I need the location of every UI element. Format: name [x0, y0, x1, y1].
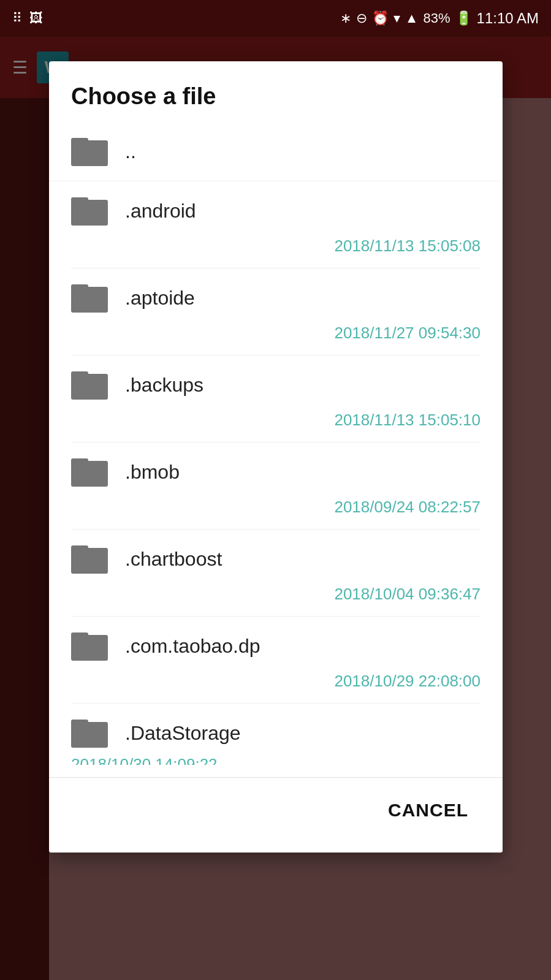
file-date: 2018/10/30 14:09:22 — [71, 750, 481, 765]
svg-rect-1 — [71, 138, 88, 144]
list-item[interactable]: .backups 2018/11/13 15:05:10 — [49, 355, 503, 443]
svg-rect-5 — [71, 284, 88, 291]
file-date: 2018/10/04 09:36:47 — [71, 580, 481, 617]
svg-rect-6 — [71, 374, 108, 400]
file-name: .chartboost — [125, 548, 222, 571]
svg-rect-8 — [71, 461, 108, 487]
list-item[interactable]: .. — [49, 122, 503, 181]
battery-icon: 🔋 — [455, 10, 472, 26]
file-name: .android — [125, 200, 196, 222]
svg-rect-0 — [71, 140, 108, 166]
minus-circle-icon: ⊖ — [356, 10, 367, 26]
dialog-actions: CANCEL — [49, 777, 503, 853]
time-display: 11:10 AM — [477, 10, 539, 27]
folder-icon — [71, 716, 108, 750]
choose-file-dialog: Choose a file .. .android — [49, 61, 503, 853]
file-date: 2018/11/27 09:54:30 — [71, 319, 481, 355]
file-name: .. — [125, 140, 136, 163]
folder-icon — [71, 368, 108, 402]
svg-rect-4 — [71, 287, 108, 313]
list-item[interactable]: .com.taobao.dp 2018/10/29 22:08:00 — [49, 617, 503, 704]
file-date: 2018/09/24 08:22:57 — [71, 493, 481, 530]
grid-icon: ⠿ — [12, 10, 22, 26]
bluetooth-icon: ∗ — [340, 10, 351, 26]
list-item[interactable]: .android 2018/11/13 15:05:08 — [49, 181, 503, 268]
battery-percent: 83% — [424, 10, 450, 26]
status-bar: ⠿ 🖼 ∗ ⊖ ⏰ ▾ ▲ 83% 🔋 11:10 AM — [0, 0, 551, 37]
list-item[interactable]: .bmob 2018/09/24 08:22:57 — [49, 443, 503, 530]
folder-icon — [71, 134, 108, 169]
file-date: 2018/11/13 15:05:10 — [71, 406, 481, 443]
file-name: .backups — [125, 374, 203, 397]
folder-icon — [71, 455, 108, 489]
svg-rect-3 — [71, 197, 88, 203]
svg-rect-10 — [71, 548, 108, 574]
list-item[interactable]: .DataStorage 2018/10/30 14:09:22 — [49, 704, 503, 765]
signal-icon: ▲ — [405, 10, 419, 26]
svg-rect-2 — [71, 200, 108, 226]
list-item[interactable]: .aptoide 2018/11/27 09:54:30 — [49, 268, 503, 355]
folder-icon — [71, 281, 108, 315]
svg-rect-11 — [71, 545, 88, 552]
folder-icon — [71, 629, 108, 663]
wifi-icon: ▾ — [393, 10, 400, 26]
file-date: 2018/10/29 22:08:00 — [71, 667, 481, 704]
file-list: .. .android 2018/11/13 15:05:08 — [49, 122, 503, 777]
folder-icon — [71, 542, 108, 576]
svg-rect-12 — [71, 635, 108, 661]
photo-icon: 🖼 — [29, 10, 43, 26]
svg-rect-15 — [71, 720, 88, 726]
alarm-icon: ⏰ — [372, 10, 389, 26]
file-name: .aptoide — [125, 287, 195, 310]
list-item[interactable]: .chartboost 2018/10/04 09:36:47 — [49, 530, 503, 617]
svg-rect-14 — [71, 722, 108, 748]
status-bar-right: ∗ ⊖ ⏰ ▾ ▲ 83% 🔋 11:10 AM — [340, 10, 539, 27]
file-name: .com.taobao.dp — [125, 635, 260, 658]
svg-rect-7 — [71, 371, 88, 378]
folder-icon — [71, 194, 108, 228]
status-bar-left: ⠿ 🖼 — [12, 10, 43, 26]
file-date: 2018/11/13 15:05:08 — [71, 232, 481, 268]
file-name: .bmob — [125, 461, 180, 484]
cancel-button[interactable]: CANCEL — [376, 790, 481, 830]
svg-rect-9 — [71, 458, 88, 465]
svg-rect-13 — [71, 632, 88, 639]
dialog-title: Choose a file — [49, 61, 503, 122]
file-name: .DataStorage — [125, 722, 241, 745]
